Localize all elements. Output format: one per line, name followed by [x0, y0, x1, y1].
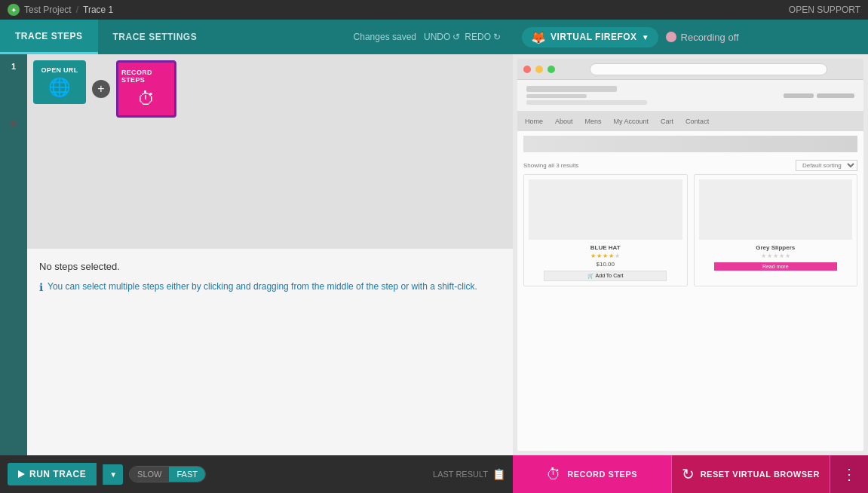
- globe-icon: 🌐: [48, 77, 71, 98]
- bottom-actions: ⏱ RECORD STEPS ↻ RESET VIRTUAL BROWSER ⋮: [513, 455, 868, 493]
- website-nav-bar: Home About Mens My Account Cart Contact: [517, 112, 863, 131]
- recording-label: Recording off: [681, 32, 739, 43]
- last-result-label: LAST RESULT: [433, 470, 488, 479]
- filter-bar: Showing all 3 results Default sorting: [517, 157, 863, 174]
- step-number-1: 1: [8, 60, 19, 72]
- play-icon: [18, 470, 25, 478]
- record-icon: ⏱: [137, 88, 155, 109]
- recording-status: Recording off: [666, 32, 739, 43]
- no-steps-message: No steps selected.: [39, 261, 501, 272]
- project-name[interactable]: Test Project: [24, 5, 72, 15]
- browser-viewport: Home About Mens My Account Cart Contact …: [513, 54, 868, 455]
- browser-name: VIRTUAL FIREFOX: [551, 32, 637, 42]
- website-header: [517, 80, 863, 112]
- tab-bar: TRACE STEPS TRACE SETTINGS Changes saved…: [0, 20, 513, 54]
- website-nav-links: [784, 93, 854, 98]
- run-trace-dropdown[interactable]: ▼: [103, 464, 123, 485]
- open-url-label: OPEN URL: [41, 66, 78, 74]
- project-icon: ✦: [8, 4, 20, 16]
- reset-browser-action-button[interactable]: ↻ RESET VIRTUAL BROWSER: [672, 455, 830, 493]
- browser-max-btn[interactable]: [547, 66, 555, 73]
- tab-trace-steps[interactable]: TRACE STEPS: [0, 20, 98, 54]
- tab-trace-settings[interactable]: TRACE SETTINGS: [98, 20, 213, 54]
- website-hero: [523, 136, 857, 152]
- step-numbers-column: 1: [0, 54, 27, 455]
- tab-actions: Changes saved UNDO ↺ REDO ↻: [354, 32, 513, 42]
- redo-button[interactable]: REDO ↻: [465, 32, 501, 42]
- fast-button[interactable]: FAST: [169, 467, 205, 482]
- nav-about[interactable]: About: [555, 118, 573, 125]
- website-logo: [526, 86, 647, 105]
- info-tip: ℹ You can select multiple steps either b…: [39, 281, 501, 293]
- open-support-button[interactable]: OPEN SUPPORT: [789, 5, 860, 15]
- redo-icon: ↻: [493, 32, 501, 42]
- product-card-1: BLUE HAT ★ ★ ★ ★ ★ $10.00 🛒 Add To Cart: [523, 174, 688, 286]
- sort-select[interactable]: Default sorting: [796, 160, 857, 171]
- showing-results: Showing all 3 results: [523, 162, 578, 169]
- info-icon: ℹ: [39, 281, 43, 293]
- changes-saved-label: Changes saved: [354, 32, 416, 42]
- product-name-1: BLUE HAT: [529, 244, 682, 251]
- read-more-btn-2[interactable]: Read more: [714, 262, 837, 271]
- browser-chevron-icon: ▼: [642, 33, 649, 41]
- add-to-cart-btn-1[interactable]: 🛒 Add To Cart: [544, 271, 667, 281]
- product-image-1: [529, 179, 682, 240]
- steps-row-1: OPEN URL 🌐 + RECORD STEPS ⏱: [33, 60, 507, 118]
- product-card-2: Grey Slippers ★ ★ ★ ★ ★ Read more: [694, 174, 858, 286]
- product-price-1: $10.00: [529, 261, 682, 268]
- slow-button[interactable]: SLOW: [130, 467, 169, 482]
- undo-redo-group: UNDO ↺ REDO ↻: [424, 32, 501, 42]
- products-grid: BLUE HAT ★ ★ ★ ★ ★ $10.00 🛒 Add To Cart: [517, 174, 863, 286]
- record-steps-action-label: RECORD STEPS: [567, 470, 637, 479]
- info-tip-text: You can select multiple steps either by …: [48, 281, 477, 292]
- bottom-bar: RUN TRACE ▼ SLOW FAST LAST RESULT 📋: [0, 455, 513, 493]
- browser-chrome: [517, 59, 863, 80]
- top-bar: ✦ Test Project / Trace 1 OPEN SUPPORT: [0, 0, 868, 20]
- product-name-2: Grey Slippers: [699, 244, 853, 251]
- info-area: No steps selected. ℹ You can select mult…: [27, 249, 513, 455]
- product-stars-2: ★ ★ ★ ★ ★: [699, 253, 853, 259]
- step-dot: [11, 121, 17, 127]
- reset-browser-label: RESET VIRTUAL BROWSER: [701, 470, 820, 479]
- product-stars-1: ★ ★ ★ ★ ★: [529, 253, 682, 259]
- last-result-icon: 📋: [492, 468, 505, 480]
- reset-browser-icon: ↻: [682, 465, 695, 483]
- record-steps-action-icon: ⏱: [546, 466, 561, 483]
- steps-area: 1 OPEN URL 🌐 +: [0, 54, 513, 455]
- nav-home[interactable]: Home: [525, 118, 543, 125]
- record-steps-label: RECORD STEPS: [121, 69, 171, 84]
- run-trace-button[interactable]: RUN TRACE: [8, 463, 97, 485]
- record-steps-step[interactable]: RECORD STEPS ⏱: [116, 60, 176, 118]
- nav-link-home: [784, 93, 814, 98]
- undo-icon: ↺: [452, 32, 460, 42]
- steps-panel: OPEN URL 🌐 + RECORD STEPS ⏱: [27, 54, 513, 455]
- breadcrumb-separator: /: [76, 5, 78, 15]
- logo-line-1: [526, 86, 617, 92]
- last-result-area: LAST RESULT 📋: [433, 468, 505, 480]
- trace-name[interactable]: Trace 1: [83, 5, 113, 15]
- browser-content: Home About Mens My Account Cart Contact …: [517, 59, 863, 451]
- browser-top-bar: 🦊 VIRTUAL FIREFOX ▼ Recording off: [513, 20, 868, 54]
- nav-contact[interactable]: Contact: [686, 118, 709, 125]
- record-steps-action-button[interactable]: ⏱ RECORD STEPS: [513, 455, 671, 493]
- extra-action-button[interactable]: ⋮: [830, 455, 868, 493]
- nav-mens[interactable]: Mens: [585, 118, 602, 125]
- steps-canvas: OPEN URL 🌐 + RECORD STEPS ⏱: [27, 54, 513, 249]
- firefox-icon: 🦊: [531, 30, 546, 44]
- left-panel: TRACE STEPS TRACE SETTINGS Changes saved…: [0, 20, 513, 493]
- speed-toggle: SLOW FAST: [129, 466, 206, 482]
- contact-line: [526, 100, 647, 105]
- product-image-2: [699, 179, 853, 240]
- undo-button[interactable]: UNDO ↺: [424, 32, 460, 42]
- right-panel: 🦊 VIRTUAL FIREFOX ▼ Recording off: [513, 20, 868, 493]
- browser-min-btn[interactable]: [535, 66, 543, 73]
- browser-close-btn[interactable]: [523, 66, 531, 73]
- add-step-button[interactable]: +: [92, 80, 110, 98]
- nav-cart[interactable]: Cart: [661, 118, 673, 125]
- nav-link-contact: [817, 93, 854, 98]
- open-url-step[interactable]: OPEN URL 🌐: [33, 60, 86, 104]
- extra-action-icon: ⋮: [842, 465, 857, 483]
- nav-account[interactable]: My Account: [614, 118, 649, 125]
- browser-url-bar[interactable]: [590, 63, 827, 75]
- browser-selector[interactable]: 🦊 VIRTUAL FIREFOX ▼: [522, 27, 658, 47]
